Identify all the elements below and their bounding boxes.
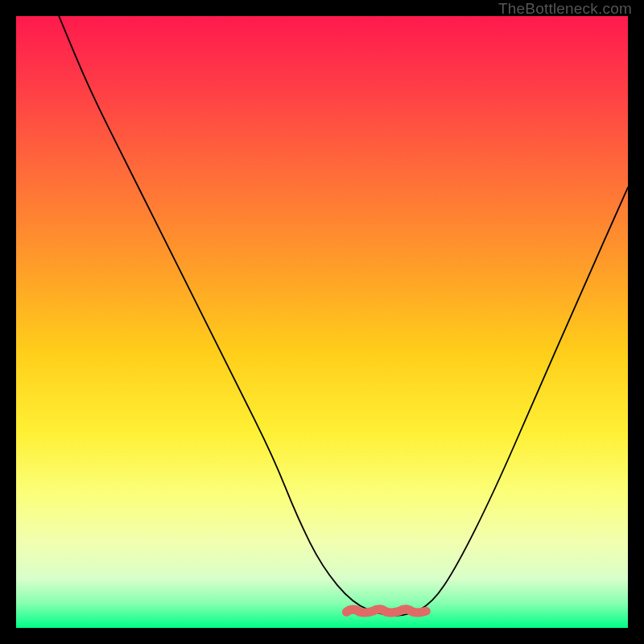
curve-svg [16, 16, 628, 628]
watermark-text: TheBottleneck.com [498, 0, 632, 18]
marker-band [346, 609, 426, 613]
plot-area [16, 16, 628, 628]
chart-frame: TheBottleneck.com [0, 0, 644, 644]
bottleneck-curve [59, 16, 628, 616]
